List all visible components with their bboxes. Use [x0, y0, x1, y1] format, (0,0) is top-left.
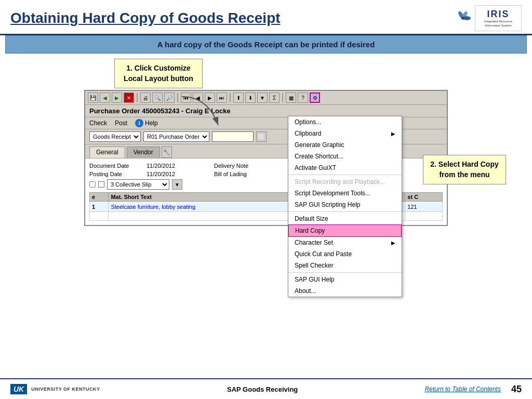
sap-screen: 💾 ◀ ▶ ✕ 🖨 🔍 🔎 ⏮ ◀ ▶ ⏭ ⬆ ⬇ ▼ Σ ▦ ? ⚙ Purc…: [84, 90, 448, 226]
posting-date-label: Posting Date: [89, 171, 141, 177]
help-icon: i: [135, 119, 143, 127]
menu-quick-cut-paste[interactable]: Quick Cut and Paste: [288, 248, 402, 260]
document-date-label: Document Date: [89, 163, 141, 169]
order-lookup-btn[interactable]: ⬜: [256, 131, 267, 142]
menu-check[interactable]: Check: [89, 119, 107, 127]
delivery-note-label: Delivery Note: [214, 163, 266, 169]
menu-help[interactable]: i Help: [135, 119, 158, 127]
sort-asc-btn[interactable]: ⬆: [233, 92, 244, 103]
back-toolbar-btn[interactable]: ◀: [100, 92, 110, 103]
col-e: e: [90, 193, 109, 202]
sap-title-text: Purchase Order 4500053243 - Craig E Lock…: [89, 107, 231, 115]
customize-layout-btn[interactable]: ⚙: [310, 92, 320, 103]
menu-sap-gui-scripting-help[interactable]: SAP GUI Scripting Help: [288, 199, 402, 210]
iris-flower-icon: [455, 10, 471, 26]
callout-box-1: 1. Click Customize Local Layout button: [114, 59, 203, 88]
uk-university-text: University of Kentucky: [31, 387, 100, 392]
item-stc: 121: [405, 202, 443, 212]
page-title: Obtaining Hard Copy of Goods Receipt: [10, 10, 281, 26]
header: Obtaining Hard Copy of Goods Receipt IRI…: [0, 0, 532, 35]
order-type-select[interactable]: R01 Purchase Order: [143, 131, 209, 142]
menu-character-set[interactable]: Character Set ▶: [288, 237, 402, 248]
menu-activate-guixt[interactable]: Activate GuiXT: [288, 162, 402, 174]
print-toolbar-btn[interactable]: 🖨: [140, 92, 151, 103]
clipboard-arrow: ▶: [391, 131, 395, 137]
character-set-arrow: ▶: [391, 240, 395, 246]
footer-center-text: SAP Goods Receiving: [227, 385, 298, 393]
empty-cell-1: [90, 212, 109, 221]
grid-btn[interactable]: ▦: [286, 92, 296, 103]
save-toolbar-btn[interactable]: 💾: [88, 92, 98, 103]
main-content: 1. Click Customize Local Layout button 2…: [0, 54, 532, 231]
sap-toolbar: 💾 ◀ ▶ ✕ 🖨 🔍 🔎 ⏮ ◀ ▶ ⏭ ⬆ ⬇ ▼ Σ ▦ ? ⚙: [85, 91, 447, 105]
menu-post-label: Post: [115, 119, 127, 127]
menu-script-dev[interactable]: Script Development Tools...: [288, 188, 402, 199]
prev-page-btn[interactable]: ◀: [193, 92, 203, 103]
slip-lookup-btn[interactable]: ▼: [172, 179, 182, 190]
menu-activate-guixt-label: Activate GuiXT: [295, 164, 336, 171]
tab-extra-icon[interactable]: 🔧: [162, 147, 172, 158]
toolbar-sep-2: [177, 93, 178, 102]
col-stc: st C: [405, 193, 443, 202]
tab-general[interactable]: General: [89, 147, 125, 158]
stop-toolbar-btn[interactable]: ✕: [124, 92, 134, 103]
item-number: 1: [90, 202, 109, 212]
sum-btn[interactable]: Σ: [269, 92, 280, 103]
context-menu: Options... Clipboard ▶ Generate Graphic …: [288, 116, 402, 297]
help-toolbar-btn[interactable]: ?: [298, 92, 308, 103]
menu-post[interactable]: Post: [115, 119, 127, 127]
callout-box-2: 2. Select Hard Copy from the menu: [423, 155, 506, 184]
forward-toolbar-btn[interactable]: ▶: [112, 92, 122, 103]
menu-about[interactable]: About...: [288, 285, 402, 297]
menu-clipboard-label: Clipboard: [295, 130, 321, 137]
sort-desc-btn[interactable]: ⬇: [245, 92, 256, 103]
filter-btn[interactable]: ▼: [257, 92, 268, 103]
menu-sap-gui-help[interactable]: SAP GUI Help: [288, 274, 402, 285]
order-number-input[interactable]: [212, 131, 254, 142]
menu-create-shortcut[interactable]: Create Shortcut...: [288, 151, 402, 162]
tab-vendor-label: Vendor: [134, 149, 153, 156]
tab-general-label: General: [96, 149, 118, 156]
slip-checkbox[interactable]: [98, 181, 104, 188]
logo-subtitle: Integrated ResourceInformation System: [484, 20, 512, 27]
menu-sap-gui-scripting-help-label: SAP GUI Scripting Help: [295, 201, 361, 208]
menu-hard-copy[interactable]: Hard Copy: [288, 224, 402, 237]
subtitle-bar: A hard copy of the Goods Receipt can be …: [5, 35, 527, 54]
page-number: 45: [511, 384, 522, 395]
menu-clipboard[interactable]: Clipboard ▶: [288, 128, 402, 139]
toolbar-sep-4: [282, 93, 283, 102]
menu-sap-gui-help-label: SAP GUI Help: [295, 276, 334, 283]
next-page-btn[interactable]: ▶: [205, 92, 215, 103]
menu-sep-3: [288, 272, 402, 273]
menu-spell-checker-label: Spell Checker: [295, 262, 334, 269]
menu-sep-2: [288, 211, 402, 212]
menu-quick-cut-paste-label: Quick Cut and Paste: [295, 250, 352, 258]
menu-default-size[interactable]: Default Size: [288, 213, 402, 224]
movement-type-select[interactable]: Goods Receipt: [89, 131, 141, 142]
print-checkbox[interactable]: [89, 181, 96, 188]
menu-generate-graphic-label: Generate Graphic: [295, 141, 344, 149]
menu-help-label: Help: [145, 119, 158, 127]
menu-character-set-label: Character Set: [295, 239, 333, 246]
menu-about-label: About...: [295, 287, 316, 295]
last-page-btn[interactable]: ⏭: [217, 92, 227, 103]
empty-cell-5: [405, 212, 443, 221]
first-page-btn[interactable]: ⏮: [181, 92, 191, 103]
menu-sep-1: [288, 175, 402, 175]
find-toolbar-btn[interactable]: 🔍: [152, 92, 163, 103]
collective-slip-select[interactable]: 3 Collective Slip: [107, 179, 169, 190]
menu-options[interactable]: Options...: [288, 116, 402, 128]
find-next-toolbar-btn[interactable]: 🔎: [164, 92, 175, 103]
logo-area: IRIS Integrated ResourceInformation Syst…: [455, 5, 522, 31]
footer-uk-area: UK University of Kentucky: [10, 384, 100, 394]
tab-vendor[interactable]: Vendor: [127, 147, 160, 158]
menu-hard-copy-label: Hard Copy: [295, 227, 325, 234]
footer-right-area: Return to Table of Contents 45: [425, 384, 522, 395]
toc-link[interactable]: Return to Table of Contents: [425, 385, 501, 393]
toolbar-sep-1: [137, 93, 138, 102]
menu-spell-checker[interactable]: Spell Checker: [288, 260, 402, 271]
menu-script-dev-label: Script Development Tools...: [295, 190, 370, 197]
document-date-value: 11/20/2012: [147, 163, 188, 169]
iris-logo: IRIS Integrated ResourceInformation Syst…: [475, 5, 522, 31]
menu-generate-graphic[interactable]: Generate Graphic: [288, 139, 402, 151]
